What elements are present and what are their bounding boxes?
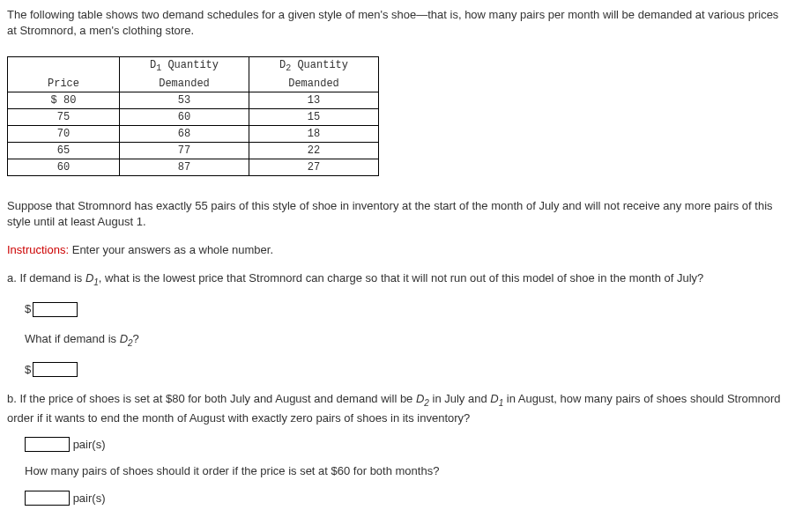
pairs-label: pair(s) [73, 438, 106, 451]
demand-table: Price D1 Quantity D2 Quantity Demanded D… [7, 56, 379, 175]
header-d1-top: D1 Quantity [120, 57, 249, 76]
answer-b1-input[interactable] [25, 437, 70, 452]
header-d1-bottom: Demanded [120, 76, 249, 92]
instructions: Instructions: Enter your answers as a wh… [7, 243, 788, 256]
cell-price: $ 80 [8, 92, 120, 108]
instructions-text: Enter your answers as a whole number. [69, 243, 273, 256]
qb-text2: in July and [429, 392, 490, 405]
input-line-a1: $ [25, 302, 788, 317]
table-row: 65 77 22 [8, 142, 379, 159]
table-row: 75 60 15 [8, 108, 379, 125]
dollar-sign: $ [25, 363, 31, 376]
cell-d2: 27 [249, 159, 379, 175]
cell-d2: 18 [249, 125, 379, 142]
cell-d1: 87 [120, 159, 249, 175]
input-line-a2: $ [25, 362, 788, 377]
pairs-label: pair(s) [73, 491, 106, 504]
cell-price: 75 [8, 108, 120, 125]
cell-d2: 15 [249, 108, 379, 125]
dollar-sign: $ [25, 302, 31, 315]
cell-d2: 22 [249, 142, 379, 159]
qb-d2: D2 [416, 392, 429, 405]
answer-a1-input[interactable] [33, 302, 78, 317]
input-line-b2: pair(s) [25, 491, 788, 506]
qb-text1: b. If the price of shoes is set at $80 f… [7, 392, 416, 405]
cell-price: 65 [8, 142, 120, 159]
question-a-d2: What if demand is D2? [25, 330, 788, 350]
question-a: a. If demand is D1, what is the lowest p… [7, 270, 788, 289]
table-row: 70 68 18 [8, 125, 379, 142]
answer-a2-input[interactable] [33, 362, 78, 377]
cell-d1: 53 [120, 92, 249, 108]
question-b2: How many pairs of shoes should it order … [25, 462, 788, 480]
cell-d1: 77 [120, 142, 249, 159]
qb-d1: D1 [490, 392, 503, 405]
table-row: 60 87 27 [8, 159, 379, 175]
header-d2-bottom: Demanded [249, 76, 379, 92]
qa-text2: , what is the lowest price that Stromnor… [99, 271, 703, 284]
whatif-d2: D2 [120, 332, 133, 345]
paragraph-setup: Suppose that Stromnord has exactly 55 pa… [7, 198, 788, 230]
input-line-b1: pair(s) [25, 437, 788, 452]
header-d2-top: D2 Quantity [249, 57, 379, 76]
cell-price: 60 [8, 159, 120, 175]
table-row: $ 80 53 13 [8, 92, 379, 108]
whatif-text1: What if demand is [25, 332, 120, 345]
intro-text: The following table shows two demand sch… [7, 7, 788, 39]
instructions-label: Instructions: [7, 243, 69, 256]
cell-d1: 68 [120, 125, 249, 142]
cell-d2: 13 [249, 92, 379, 108]
cell-price: 70 [8, 125, 120, 142]
answer-b2-input[interactable] [25, 491, 70, 506]
header-price: Price [8, 57, 120, 92]
whatif-text2: ? [133, 332, 139, 345]
qa-text1: a. If demand is [7, 271, 85, 284]
question-b: b. If the price of shoes is set at $80 f… [7, 390, 788, 426]
qa-d1: D1 [85, 271, 99, 284]
cell-d1: 60 [120, 108, 249, 125]
